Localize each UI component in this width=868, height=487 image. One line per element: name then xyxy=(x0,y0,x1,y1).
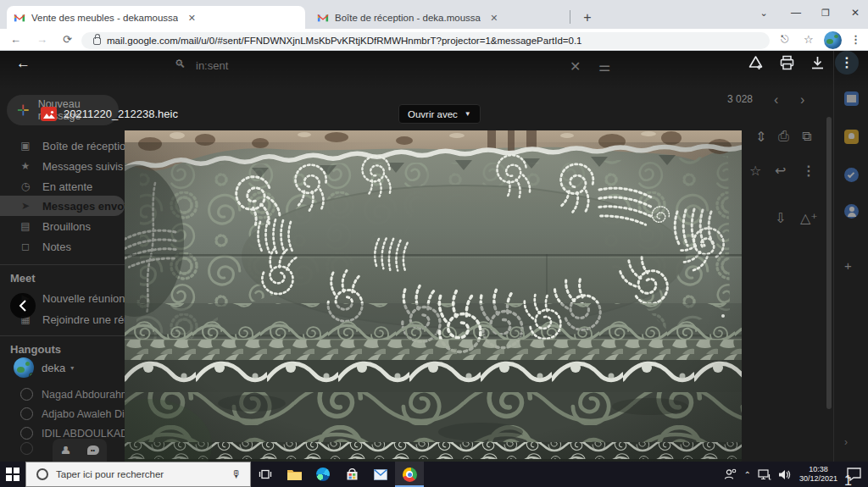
close-button[interactable]: ✕ xyxy=(841,0,868,25)
minimize-button[interactable]: — xyxy=(782,0,810,25)
mail-button[interactable] xyxy=(366,462,395,487)
reply-icon[interactable]: ↩ xyxy=(775,163,786,179)
print-icon[interactable] xyxy=(779,55,795,71)
profile-avatar[interactable] xyxy=(824,31,842,49)
system-tray: ⌃ 10:38 30/12/2021 1 xyxy=(724,462,868,487)
clear-search-icon[interactable]: ✕ xyxy=(570,58,581,75)
contact-item[interactable]: Adjabo Awaleh Dini xyxy=(0,407,125,420)
compose-plus-icon xyxy=(17,103,30,117)
store-button[interactable] xyxy=(337,462,366,487)
tab-strip: Vente des meubles - dekamoussa ✕ Boîte d… xyxy=(0,0,868,29)
star-icon: ★ xyxy=(19,160,32,172)
forward-icon[interactable]: → xyxy=(36,33,47,46)
windows-taskbar: Taper ici pour rechercher 🎙︎ ⌃ 10:38 30/… xyxy=(0,462,868,487)
search-filter-icon[interactable]: ⚌ xyxy=(598,58,610,75)
gmail-attachment-viewer: Nouveau message ▣Boîte de réception ★Mes… xyxy=(0,51,868,462)
reload-icon[interactable]: ⟳ xyxy=(63,33,72,46)
calendar-icon[interactable] xyxy=(844,91,859,106)
get-addons-icon[interactable]: + xyxy=(844,258,852,273)
viewer-back-icon[interactable]: ← xyxy=(16,55,31,72)
sidebar-divider xyxy=(0,335,125,336)
caret-down-icon: ▼ xyxy=(465,110,471,118)
maximize-button[interactable]: ❐ xyxy=(811,0,840,25)
new-tab-button[interactable]: + xyxy=(578,8,597,27)
attachment-drive-icon[interactable]: △⁺ xyxy=(800,210,818,226)
share-icon[interactable]: ⎋ xyxy=(781,33,789,45)
screen: Vente des meubles - dekamoussa ✕ Boîte d… xyxy=(0,0,868,487)
contact-avatar-icon xyxy=(20,442,33,455)
search-placeholder: Taper ici pour rechercher xyxy=(56,469,164,479)
sidebar-divider xyxy=(0,264,125,265)
bookmark-star-icon[interactable]: ☆ xyxy=(804,33,814,46)
scrollbar[interactable] xyxy=(826,117,832,409)
open-with-label: Ouvrir avec xyxy=(408,109,458,119)
microphone-icon[interactable]: 🎙︎ xyxy=(231,468,242,480)
taskbar-search[interactable]: Taper ici pour rechercher 🎙︎ xyxy=(25,462,251,487)
network-icon[interactable] xyxy=(758,469,771,480)
sidebar-item-sent[interactable]: ➤Messages envoyés xyxy=(0,196,125,216)
tab-title: Vente des meubles - dekamoussa xyxy=(31,13,178,23)
people-icon[interactable] xyxy=(724,468,737,480)
print-all-icon[interactable]: ⎙ xyxy=(778,129,789,144)
browser-menu-icon[interactable]: ⋮ xyxy=(850,33,861,46)
taskbar-clock[interactable]: 10:38 30/12/2021 xyxy=(799,465,837,484)
hidden-icons-chevron[interactable]: ⌃ xyxy=(744,470,751,479)
edge-button[interactable] xyxy=(309,462,337,487)
star-message-icon[interactable]: ☆ xyxy=(749,163,761,179)
edge-logo-icon xyxy=(316,468,330,481)
add-to-drive-icon[interactable] xyxy=(748,55,764,71)
viewer-more-icon[interactable]: ⋮ xyxy=(835,51,859,75)
sidebar-item-inbox[interactable]: ▣Boîte de réception xyxy=(0,136,125,156)
clock-date: 30/12/2021 xyxy=(799,474,837,484)
tab-1[interactable]: Vente des meubles - dekamoussa ✕ xyxy=(7,6,305,29)
tasks-icon[interactable] xyxy=(844,168,859,182)
open-in-new-icon[interactable]: ⧉ xyxy=(802,129,811,144)
attachment-download-icon[interactable]: ⇩ xyxy=(775,210,786,226)
contact-item[interactable]: Nagad Abdourahman On xyxy=(0,388,125,401)
url-bar[interactable]: mail.google.com/mail/u/0/#sent/FFNDWNXjn… xyxy=(81,32,770,49)
sidebar-item-drafts[interactable]: ▤Brouillons xyxy=(0,216,125,236)
older-icon[interactable]: › xyxy=(800,92,804,108)
keep-icon[interactable] xyxy=(844,130,859,144)
sidebar-item-snoozed[interactable]: ◷En attente xyxy=(0,176,125,196)
file-explorer-button[interactable] xyxy=(280,462,309,487)
contact-item[interactable]: IDIL ABDOULKADER GUEDI xyxy=(0,427,125,440)
draft-icon: ▤ xyxy=(19,220,32,232)
inbox-icon: ▣ xyxy=(19,140,32,152)
meet-header: Meet xyxy=(10,272,36,285)
speaker-icon[interactable] xyxy=(778,469,791,480)
conversations-tab-icon[interactable]: •• xyxy=(87,445,99,455)
contacts-tab-icon[interactable]: 👤︎ xyxy=(61,445,71,457)
start-button[interactable] xyxy=(0,462,25,487)
side-panel-chevron-icon[interactable]: › xyxy=(844,436,848,448)
previous-image-button[interactable] xyxy=(10,293,36,318)
search-query: in:sent xyxy=(196,59,228,72)
chrome-button[interactable] xyxy=(395,462,424,487)
tab-close-icon[interactable]: ✕ xyxy=(487,11,501,25)
search-icon: 🔍︎ xyxy=(175,58,186,70)
download-icon[interactable] xyxy=(810,55,826,71)
more-options-icon[interactable]: ⋮ xyxy=(802,163,815,179)
hangouts-toggle-bar: 👤︎ •• xyxy=(53,439,107,462)
photo-carpet[interactable] xyxy=(125,130,742,462)
action-center-button[interactable]: 1 xyxy=(843,462,865,487)
back-icon[interactable]: ← xyxy=(10,33,21,46)
chrome-logo-icon xyxy=(403,468,417,482)
sidebar-item-starred[interactable]: ★Messages suivis xyxy=(0,156,125,176)
hangouts-avatar xyxy=(14,357,34,378)
send-icon: ➤ xyxy=(19,200,32,212)
contacts-panel-icon[interactable] xyxy=(844,204,859,219)
sidebar-item-notes[interactable]: ◻Notes xyxy=(0,236,125,257)
hangouts-profile[interactable]: deka ▾ xyxy=(14,357,74,378)
windows-logo-icon xyxy=(6,468,19,481)
open-with-button[interactable]: Ouvrir avec ▼ xyxy=(398,104,481,124)
expand-all-icon[interactable]: ⇕ xyxy=(755,129,766,145)
gmail-favicon-icon xyxy=(317,12,329,24)
tab-2[interactable]: Boîte de réception - deka.moussa ✕ xyxy=(310,6,565,29)
notification-badge: 1 xyxy=(844,473,852,487)
tab-close-icon[interactable]: ✕ xyxy=(185,11,198,25)
chevron-down-icon: ▾ xyxy=(70,364,74,372)
tab-search-chevron-icon[interactable]: ⌄ xyxy=(749,0,778,25)
newer-icon[interactable]: ‹ xyxy=(774,92,778,108)
task-view-button[interactable] xyxy=(251,462,280,487)
